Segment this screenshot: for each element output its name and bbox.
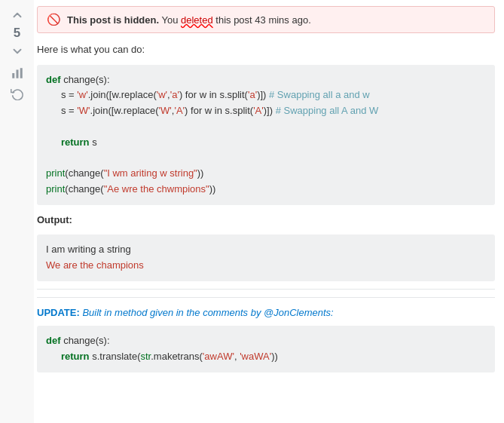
svg-rect-2: [20, 68, 22, 78]
divider-1: [37, 289, 495, 290]
code-block-1: def change(s): s = 'w'.join([w.replace('…: [37, 65, 495, 205]
update-label: UPDATE:: [37, 307, 80, 318]
content-area: 🚫 This post is hidden. You deleted this …: [34, 0, 504, 423]
hidden-notice-you: You: [161, 14, 181, 26]
svg-rect-1: [16, 70, 18, 78]
code-block-2: def change(s): return s.translate(str.ma…: [37, 326, 495, 372]
code-line-print2: print(change("Ae wre the chwmpions")): [46, 182, 486, 198]
code-line-blank2: [46, 150, 486, 166]
output-label: Output:: [37, 213, 495, 228]
update-text: Built in method given in the comments by…: [80, 307, 334, 318]
hidden-notice-after: this post 43 mins ago.: [213, 14, 311, 26]
code-line-def1: def change(s):: [46, 72, 486, 88]
svg-rect-0: [12, 73, 14, 78]
stats-icon[interactable]: [11, 66, 24, 82]
vote-down-button[interactable]: [8, 42, 26, 60]
hidden-notice: 🚫 This post is hidden. You deleted this …: [37, 6, 495, 33]
update-notice: UPDATE: Built in method given in the com…: [37, 305, 495, 320]
code-line-return: return s: [46, 135, 486, 151]
deleted-link[interactable]: deleted: [181, 14, 213, 26]
intro-text: Here is what you can do:: [37, 42, 495, 57]
output-line-1: I am writing a string: [46, 242, 486, 258]
code-line-blank1: [46, 119, 486, 135]
hidden-notice-text: This post is hidden. You deleted this po…: [67, 14, 311, 26]
hidden-notice-bold: This post is hidden.: [67, 14, 159, 26]
vote-sidebar: 5: [0, 0, 34, 423]
divider-2: [37, 297, 495, 298]
output-block: I am writing a string We are the champio…: [37, 234, 495, 281]
history-icon[interactable]: [11, 87, 24, 103]
code2-line-def: def change(s):: [46, 333, 486, 349]
output-line-2: We are the champions: [46, 258, 486, 274]
vote-count: 5: [14, 26, 20, 41]
code2-line-return: return s.translate(str.maketrans('awAW',…: [46, 349, 486, 365]
hidden-icon: 🚫: [47, 13, 61, 26]
code-line-s2: s = 'W'.join([w.replace('W','A') for w i…: [46, 103, 486, 119]
vote-up-button[interactable]: [8, 6, 26, 24]
page-container: 5 🚫 This post is hidden. You deleted thi…: [0, 0, 504, 423]
post-body: Here is what you can do: def change(s): …: [37, 42, 495, 372]
code-line-s1: s = 'w'.join([w.replace('w','a') for w i…: [46, 87, 486, 103]
code-line-print1: print(change("I wm ariting w string")): [46, 166, 486, 182]
